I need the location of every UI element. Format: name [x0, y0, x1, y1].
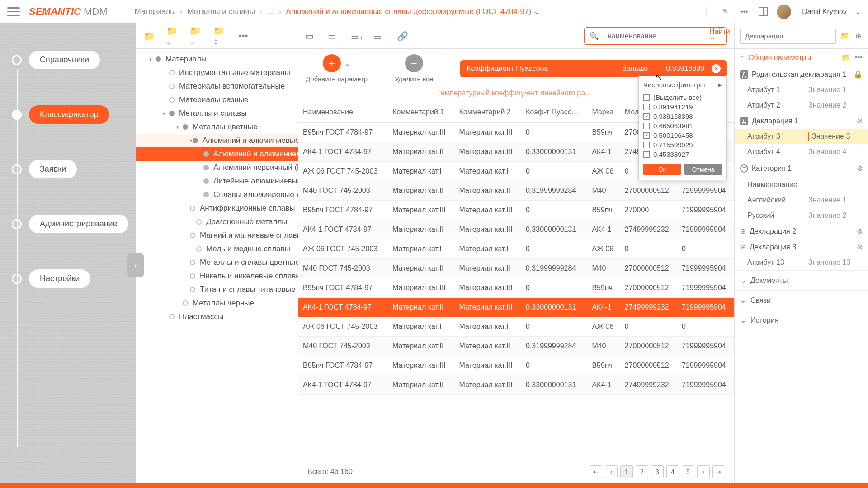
tree-node[interactable]: Антифрикционные сплавы [136, 202, 298, 215]
table-row[interactable]: В95пч ГОСТ 4784-97Материал кат.IIIМатери… [298, 201, 734, 220]
card-remove-icon[interactable]: ▭₋ [328, 30, 341, 42]
card-add-icon[interactable]: ▭₊ [306, 30, 318, 42]
table-row[interactable]: АК4-1 ГОСТ 4784-97Материал кат.IIМатериа… [298, 375, 734, 395]
tree-node[interactable]: Материалы вспомогательные [136, 80, 298, 93]
sidenav-item[interactable]: Классификатор [12, 105, 136, 124]
filter-option[interactable]: 0,665063981 [643, 121, 722, 131]
cancel-button[interactable]: Отмена [684, 164, 722, 175]
filter-option[interactable]: 0,45333927 [643, 150, 722, 159]
delete-icon[interactable]: ⊗ [857, 117, 863, 125]
more-icon[interactable]: ••• [739, 6, 750, 17]
filter-add-icon[interactable]: ☰₊ [351, 30, 363, 42]
declaration-2[interactable]: ⊕Декларация 2⊗ [735, 223, 868, 239]
delete-all-button[interactable]: − [405, 54, 423, 72]
category-1[interactable]: Категория 1⊗ [735, 160, 868, 177]
tree-node[interactable]: ▾Металлы и сплавы [136, 107, 298, 120]
column-header[interactable]: Комментарий 2 [455, 102, 521, 123]
tree-node[interactable]: ▾Металлы цветные [136, 120, 298, 134]
folder-icon[interactable]: 📁 [841, 53, 850, 62]
tree-node[interactable]: ▾Алюминий и алюминиевые сп… [136, 134, 298, 147]
edit-icon[interactable]: ✎ [720, 6, 731, 17]
more-icon[interactable]: ••• [237, 30, 250, 42]
chevron-down-icon[interactable]: ⌄ [344, 59, 350, 68]
tree-node[interactable]: Материалы разные [136, 93, 298, 107]
sidenav-item[interactable]: Администрирование [12, 215, 136, 233]
declaration-3[interactable]: ⊕Декларация 3⊗ [735, 239, 868, 255]
avatar[interactable] [777, 5, 791, 19]
tree-node[interactable]: Металлы и сплавы цветные ра… [136, 256, 298, 269]
folder-icon[interactable]: 📁 [840, 31, 849, 42]
section-documents[interactable]: ⌄Документы [735, 270, 868, 290]
table-row[interactable]: М40 ГОСТ 745-2003Материал кат.IIМатериал… [298, 337, 734, 356]
table-row[interactable]: АК4-1 ГОСТ 4784-97Материал кат.IIМатериа… [298, 220, 734, 239]
page-first[interactable]: ⇤ [590, 465, 602, 478]
column-header[interactable]: Марка [587, 102, 620, 123]
sidenav-item[interactable]: Справочники [12, 51, 136, 69]
table-row[interactable]: АЖ 06 ГОСТ 745-2003Материал кат.IМатериа… [298, 239, 734, 259]
add-param-button[interactable]: + [323, 54, 341, 72]
more-icon[interactable]: ••• [855, 53, 863, 62]
delete-icon[interactable]: ⊗ [857, 164, 863, 173]
plus-icon[interactable]: ⊕ [854, 31, 863, 42]
folder-add-icon[interactable]: 📁 [143, 30, 156, 42]
page-number[interactable]: 5 [682, 465, 694, 478]
tree-node[interactable]: Магний и магниевые сплавы [136, 229, 298, 242]
declaration-1[interactable]: ДДекларация 1⊗ [735, 113, 868, 129]
table-row[interactable]: В95пч ГОСТ 4784-97Материал кат.IIIМатери… [298, 278, 734, 298]
column-header[interactable]: Наименование [298, 102, 388, 123]
breadcrumb-item[interactable]: … [267, 7, 274, 16]
tree-node[interactable]: Пластмассы [136, 310, 298, 324]
table-row[interactable]: В95пч ГОСТ 4784-97Материал кат.IIIМатери… [298, 356, 734, 375]
tree-node[interactable]: Титан и сплавы титановые [136, 283, 298, 296]
parent-declaration[interactable]: ДРодительская декларация 1🔒 [735, 66, 868, 82]
tree-node[interactable]: Медь и медные сплавы [136, 242, 298, 256]
section-history[interactable]: ⌄История [735, 310, 868, 330]
section-links[interactable]: ⌄Связи [735, 290, 868, 310]
username[interactable]: Daniil Krymov [802, 8, 847, 16]
filter-chip[interactable]: Коэффициент Пуассона больше 0,93916839 ✕ [460, 60, 727, 77]
page-last[interactable]: ⇥ [712, 465, 725, 478]
page-number[interactable]: 4 [666, 465, 679, 478]
sidenav-item[interactable]: Заявки [12, 160, 136, 178]
folder-sort-icon[interactable]: 📁↕ [213, 30, 226, 42]
declaration-search[interactable] [740, 28, 836, 44]
find-button[interactable]: Найти ⌃ [703, 28, 734, 44]
tree-node[interactable]: Алюминий и алюминиев… [136, 147, 298, 161]
tree-node[interactable]: Алюминий первичный (Г… [136, 161, 298, 174]
tree-node[interactable]: Сплавы алюминиевые д… [136, 188, 298, 202]
search-input[interactable] [603, 32, 703, 40]
section-general[interactable]: ⌃ Общие параметры 📁••• [735, 49, 868, 66]
tree-node[interactable]: Драгоценные металлы [136, 215, 298, 229]
close-icon[interactable]: ✕ [712, 64, 721, 73]
tree-node[interactable]: Литейные алюминиевые … [136, 174, 298, 188]
page-prev[interactable]: ‹ [605, 465, 618, 478]
filter-option[interactable]: 0,715509929 [643, 140, 722, 150]
column-header[interactable]: Коэф-т Пуасс… [521, 102, 587, 123]
tree-node[interactable]: Металлы черные [136, 296, 298, 310]
tree-node[interactable]: Никель и никелевые сплавы [136, 269, 298, 283]
filter-option[interactable]: (Выделить все) [643, 93, 722, 102]
folder-plus-icon[interactable]: 📁₊ [166, 30, 179, 42]
folder-minus-icon[interactable]: 📁₋ [190, 30, 203, 42]
breadcrumb-item[interactable]: Материалы [135, 7, 176, 16]
page-number[interactable]: 2 [636, 465, 648, 478]
delete-icon[interactable]: ⊗ [857, 243, 863, 251]
menu-icon[interactable] [7, 7, 20, 16]
breadcrumb-current[interactable]: Алюминий и алюминиевые сплавы деформируе… [286, 7, 540, 16]
page-number[interactable]: 1 [620, 465, 633, 478]
table-row[interactable]: М40 ГОСТ 745-2003Материал кат.IIМатериал… [298, 181, 734, 201]
filter-remove-icon[interactable]: ☰₋ [373, 30, 386, 42]
filter-option[interactable]: 0,939168398 [643, 112, 722, 121]
filter-option[interactable]: 0,500106458 [643, 131, 722, 140]
tree-node[interactable]: Инструментальные материалы [136, 66, 298, 80]
tree-node[interactable]: ▾Материалы [136, 52, 298, 66]
page-next[interactable]: › [697, 465, 710, 478]
ok-button[interactable]: Ок [643, 164, 681, 175]
table-row[interactable]: АК4-1 ГОСТ 4784-97Материал кат.IIМатериа… [298, 298, 734, 317]
column-header[interactable]: Комментарий 1 [388, 102, 454, 123]
filter-option[interactable]: 0,891941219 [643, 102, 722, 112]
layout-icon[interactable] [758, 6, 769, 17]
table-row[interactable]: АЖ 06 ГОСТ 745-2003Материал кат.IМатериа… [298, 317, 734, 337]
sidenav-item[interactable]: Настройки [12, 269, 136, 288]
breadcrumb-item[interactable]: Металлы и сплавы [187, 7, 255, 16]
